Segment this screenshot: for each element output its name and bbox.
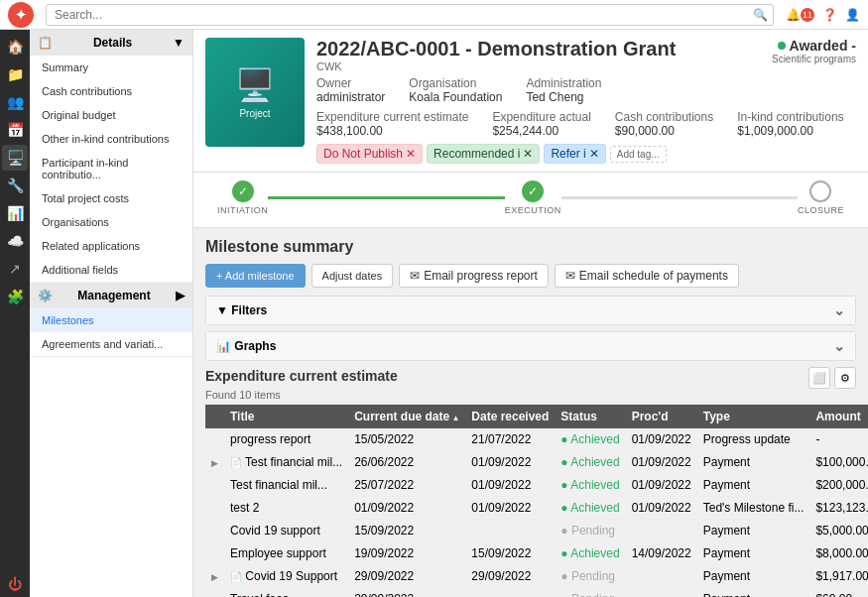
management-chevron: ▶: [176, 289, 185, 302]
table-body: progress report 15/05/2022 21/07/2022 ● …: [205, 428, 868, 597]
row-expand[interactable]: ▶: [205, 565, 224, 588]
col-procd[interactable]: Proc'd: [626, 405, 697, 428]
tag-do-not-publish[interactable]: Do Not Publish✕: [316, 144, 423, 164]
filters-section: ▼ Filters ⌄: [205, 296, 856, 325]
row-expand[interactable]: [205, 542, 224, 565]
tag-recommended[interactable]: Recommended i✕: [427, 144, 540, 164]
table-section: Expenditure current estimate ⬜ ⚙ Found 1…: [205, 367, 856, 597]
row-procd: 14/09/2022: [626, 542, 697, 565]
row-procd: [626, 565, 697, 588]
row-title[interactable]: Covid 19 support: [224, 520, 348, 542]
col-date-received[interactable]: Date received: [465, 405, 555, 428]
tag-refer[interactable]: Refer i✕: [544, 144, 605, 164]
tag-remove[interactable]: ✕: [589, 147, 599, 161]
nav-milestones[interactable]: Milestones: [30, 308, 192, 332]
adjust-dates-button[interactable]: Adjust dates: [311, 264, 394, 288]
sidebar-folder[interactable]: 📁: [2, 61, 28, 87]
nav-additional-fields[interactable]: Additional fields: [30, 258, 192, 282]
cash-contributions-block: Cash contributions $90,000.00: [615, 110, 713, 138]
nav-participant-inkind[interactable]: Participant in-kind contributio...: [30, 151, 192, 186]
row-amount: $1,917.00: [809, 565, 868, 588]
status-text: Awarded -: [790, 38, 856, 54]
sidebar-power[interactable]: ⏻: [2, 571, 28, 597]
table-row: ▶ 📄 Covid 19 Support 29/09/2022 29/09/20…: [205, 565, 868, 588]
sidebar-chart[interactable]: 📊: [2, 200, 28, 226]
nav-organisations[interactable]: Organisations: [30, 210, 192, 234]
col-type[interactable]: Type: [697, 405, 810, 428]
row-expand[interactable]: [205, 474, 224, 497]
sidebar-tools[interactable]: 🔧: [2, 173, 28, 198]
row-title[interactable]: 📄 Covid 19 Support: [224, 565, 348, 588]
row-title[interactable]: test 2: [224, 497, 348, 520]
grant-tags: Do Not Publish✕ Recommended i✕ Refer i✕ …: [316, 144, 856, 164]
row-type: Ted's Milestone fi...: [697, 497, 810, 520]
grant-icon-box: 🖥️ Project: [205, 38, 305, 147]
tag-remove[interactable]: ✕: [523, 147, 533, 161]
table-row: ▶ 📄 Test financial mil... 26/06/2022 01/…: [205, 451, 868, 474]
row-title[interactable]: progress report: [224, 428, 348, 451]
row-procd: [626, 588, 697, 598]
table-row: Test financial mil... 25/07/2022 01/09/2…: [205, 474, 868, 497]
sidebar-share[interactable]: ↗: [2, 256, 28, 282]
add-tag-button[interactable]: Add tag...: [610, 146, 667, 163]
nav-original-budget[interactable]: Original budget: [30, 103, 192, 127]
row-title[interactable]: Employee support: [224, 542, 348, 565]
row-title[interactable]: 📄 Test financial mil...: [224, 451, 348, 474]
email-schedule-button[interactable]: ✉ Email schedule of payments: [555, 264, 739, 288]
row-status: ● Achieved: [555, 497, 625, 520]
toolbar: + Add milestone Adjust dates ✉ Email pro…: [205, 264, 856, 288]
initiation-label: INITIATION: [217, 205, 268, 215]
search-input[interactable]: [46, 4, 774, 26]
progress-bar-wrap: INITIATION EXECUTION CLOSURE: [193, 173, 868, 228]
sidebar-calendar[interactable]: 📅: [2, 117, 28, 143]
row-amount: $123,123.00: [809, 497, 868, 520]
email-progress-button[interactable]: ✉ Email progress report: [399, 264, 549, 288]
row-date-received: 29/09/2022: [465, 565, 555, 588]
app-logo[interactable]: ✦: [8, 2, 34, 28]
nav-related-applications[interactable]: Related applications: [30, 234, 192, 258]
col-due-date[interactable]: Current due date: [348, 405, 465, 428]
row-expand[interactable]: [205, 520, 224, 542]
notifications[interactable]: 🔔 11: [786, 8, 814, 22]
col-status[interactable]: Status: [555, 405, 625, 428]
table-settings-btn[interactable]: ⚙: [834, 367, 856, 389]
nav-summary[interactable]: Summary: [30, 56, 192, 79]
details-header[interactable]: 📋 Details ▼: [30, 30, 192, 56]
nav-agreements[interactable]: Agreements and variati...: [30, 332, 192, 356]
row-expand[interactable]: [205, 497, 224, 520]
table-header-row: Expenditure current estimate ⬜ ⚙: [205, 367, 856, 389]
sidebar-puzzle[interactable]: 🧩: [2, 284, 28, 309]
col-amount[interactable]: Amount: [809, 405, 868, 428]
row-amount: $5,000.00: [809, 520, 868, 542]
sidebar-contact[interactable]: 👥: [2, 89, 28, 115]
sidebar-home[interactable]: 🏠: [2, 34, 28, 60]
tag-remove[interactable]: ✕: [406, 147, 416, 161]
user-avatar[interactable]: 👤: [845, 8, 860, 22]
row-expand[interactable]: [205, 428, 224, 451]
row-expand[interactable]: ▶: [205, 451, 224, 474]
add-milestone-button[interactable]: + Add milestone: [205, 264, 306, 288]
row-expand[interactable]: [205, 588, 224, 598]
nav-other-inkind[interactable]: Other in-kind contributions: [30, 127, 192, 151]
row-title[interactable]: Travel fees: [224, 588, 348, 598]
table-export-btn[interactable]: ⬜: [808, 367, 830, 389]
administration-label: Administration: [526, 76, 601, 90]
filters-header[interactable]: ▼ Filters ⌄: [206, 297, 855, 324]
details-label: Details: [93, 36, 132, 50]
management-header[interactable]: ⚙️ Management ▶: [30, 283, 192, 308]
help-icon[interactable]: ❓: [822, 8, 837, 22]
email-progress-label: Email progress report: [424, 269, 538, 283]
table-row: test 2 01/09/2022 01/09/2022 ● Achieved …: [205, 497, 868, 520]
tag-label: Recommended i: [434, 147, 520, 161]
body-content: Milestone summary + Add milestone Adjust…: [193, 228, 868, 597]
sidebar-cloud[interactable]: ☁️: [2, 228, 28, 254]
nav-total-costs[interactable]: Total project costs: [30, 186, 192, 210]
graphs-chevron: ⌄: [833, 338, 845, 354]
nav-cash[interactable]: Cash contributions: [30, 79, 192, 103]
row-due-date: 25/07/2022: [348, 474, 465, 497]
details-chevron: ▼: [173, 36, 185, 50]
sidebar-monitor[interactable]: 🖥️: [2, 145, 28, 171]
row-title[interactable]: Test financial mil...: [224, 474, 348, 497]
col-title[interactable]: Title: [224, 405, 348, 428]
graphs-header[interactable]: 📊 Graphs ⌄: [206, 332, 855, 360]
